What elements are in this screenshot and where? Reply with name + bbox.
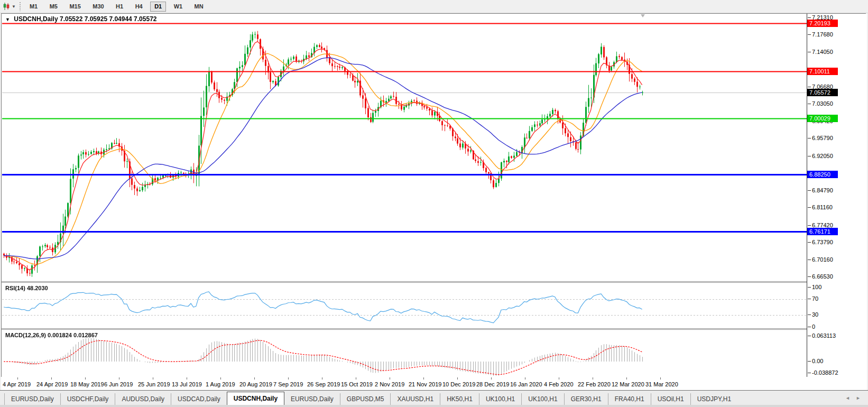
price-tick-label: 6.95790 xyxy=(812,135,833,142)
candlestick-chart-icon[interactable] xyxy=(1,2,12,11)
date-label: 4 Apr 2019 xyxy=(3,381,31,387)
date-tick xyxy=(17,377,18,380)
top-toolbar: ▼ M1 M5 M15 M30 H1 H4 D1 W1 MN xyxy=(0,0,868,13)
timeframe-label: W1 xyxy=(174,3,183,10)
chart-shift-marker[interactable] xyxy=(641,14,645,17)
date-label: 4 Feb 2020 xyxy=(544,381,574,387)
timeframe-label: H4 xyxy=(135,3,143,10)
macd-indicator-canvas[interactable] xyxy=(2,330,807,377)
timeframe-button[interactable]: H1 xyxy=(112,2,127,12)
price-level-badge: 7.10011 xyxy=(807,68,838,75)
price-level-badge: 6.76171 xyxy=(807,228,838,235)
rsi-tick-label: 100 xyxy=(812,284,821,291)
price-tick-label: 7.03050 xyxy=(812,100,833,107)
date-tick xyxy=(559,377,559,380)
timeframe-button[interactable]: M15 xyxy=(65,2,85,12)
timeframe-button[interactable]: D1 xyxy=(150,2,166,12)
price-tick-label: 7.14050 xyxy=(812,49,833,56)
chart-ohlc-values: 7.05522 7.05925 7.04944 7.05572 xyxy=(60,15,157,23)
date-label: 16 Jan 2020 xyxy=(510,381,542,387)
date-label: 10 Dec 2019 xyxy=(442,381,475,387)
timeframe-label: M15 xyxy=(69,3,80,10)
chart-tab-label: USDCAD,Daily xyxy=(178,395,220,403)
timeframe-button[interactable]: MN xyxy=(190,2,208,12)
date-tick xyxy=(626,377,627,380)
date-tick xyxy=(423,377,424,380)
price-tick-label: 7.17680 xyxy=(812,31,833,38)
chart-tab-label: HK50,H1 xyxy=(447,395,473,403)
chart-symbol-period: USDCNH,Daily xyxy=(14,15,58,23)
timeframe-button[interactable]: M30 xyxy=(88,2,108,12)
chart-title-caret-icon: ▼ xyxy=(5,17,10,22)
chart-tab-label: UK100,H1 xyxy=(528,395,557,403)
chart-tab-bar: EURUSD,Daily USDCHF,Daily AUDUSD,Daily U… xyxy=(0,390,868,405)
timeframe-button[interactable]: M1 xyxy=(25,2,42,12)
chart-tab[interactable]: XAUUSD,H1 xyxy=(390,393,440,405)
date-tick xyxy=(525,377,525,380)
macd-tick-label: 0.00 xyxy=(812,358,823,365)
date-tick xyxy=(457,377,458,380)
tab-scroll-right-icon[interactable]: ► xyxy=(856,395,861,401)
chart-tab[interactable]: UK100,H1 xyxy=(521,393,564,405)
timeframe-label: D1 xyxy=(154,3,162,10)
chart-tab[interactable]: EURUSD,Daily xyxy=(4,393,60,405)
chart-tab[interactable]: GER30,H1 xyxy=(564,393,608,405)
date-tick xyxy=(220,377,221,380)
chart-tab[interactable]: USDCHF,Daily xyxy=(60,393,115,405)
price-level-badge: 7.00029 xyxy=(807,115,838,122)
timeframe-label: M30 xyxy=(93,3,104,10)
date-tick xyxy=(660,377,661,380)
chart-tab-label: GBPUSD,M5 xyxy=(347,395,384,403)
macd-indicator-label: MACD(12,26,9) 0.001824 0.012867 xyxy=(5,332,98,338)
price-tick-label: 6.66530 xyxy=(812,273,833,280)
timeframe-label: M1 xyxy=(30,3,38,10)
price-level-badge: 7.20193 xyxy=(807,20,838,27)
main-chart-canvas[interactable] xyxy=(2,14,807,281)
rsi-indicator-canvas[interactable] xyxy=(2,283,807,328)
date-label: 28 Dec 2019 xyxy=(476,381,509,387)
rsi-tick-label: 30 xyxy=(812,311,818,318)
toolbar-grip[interactable] xyxy=(19,2,22,11)
date-label: 21 Nov 2019 xyxy=(409,381,441,387)
date-tick xyxy=(187,377,187,380)
chart-tab[interactable]: FRA40,H1 xyxy=(608,393,651,405)
chart-tab[interactable]: USDCNH,Daily xyxy=(227,392,284,405)
chart-tab[interactable]: GBPUSD,M5 xyxy=(340,393,391,405)
chart-tab[interactable]: AUDUSD,Daily xyxy=(115,393,171,405)
date-tick xyxy=(51,377,52,380)
chart-tab[interactable]: USDCAD,Daily xyxy=(171,393,227,405)
chart-tab-label: EURUSD,Daily xyxy=(291,395,334,403)
chart-tab[interactable]: USDJPY,H1 xyxy=(690,393,737,405)
chart-tab-label: USDJPY,H1 xyxy=(697,395,731,403)
date-label: 20 Aug 2019 xyxy=(239,381,272,387)
date-label: 6 Jun 2019 xyxy=(104,381,133,387)
chart-tab-label: UK100,H1 xyxy=(486,395,515,403)
macd-tick-label: -0.038872 xyxy=(812,369,838,376)
bottom-strip xyxy=(0,405,868,407)
chart-tab[interactable]: HK50,H1 xyxy=(440,393,479,405)
date-label: 18 May 2019 xyxy=(70,381,104,387)
timeframe-button[interactable]: H4 xyxy=(131,2,147,12)
date-tick xyxy=(288,377,289,380)
date-tick xyxy=(85,377,86,380)
timeframe-toolbar: M1 M5 M15 M30 H1 H4 D1 W1 MN xyxy=(25,1,208,12)
date-tick xyxy=(254,377,255,380)
timeframe-button[interactable]: W1 xyxy=(170,2,187,12)
chart-tab[interactable]: EURUSD,Daily xyxy=(284,393,340,405)
price-tick-label: 6.73790 xyxy=(812,239,833,246)
date-tick xyxy=(593,377,593,380)
rsi-indicator-label: RSI(14) 48.2030 xyxy=(5,285,48,291)
chart-tab[interactable]: USOil,H1 xyxy=(651,393,690,405)
chart-title: ▼ USDCNH,Daily 7.05522 7.05925 7.04944 7… xyxy=(5,15,156,23)
timeframe-label: MN xyxy=(195,3,204,10)
date-tick xyxy=(119,377,119,380)
chart-tab-label: USOil,H1 xyxy=(658,395,684,403)
chart-tab[interactable]: UK100,H1 xyxy=(479,393,521,405)
timeframe-button[interactable]: M5 xyxy=(45,2,62,12)
rsi-tick-label: 0 xyxy=(812,323,815,330)
date-tick xyxy=(491,377,492,380)
rsi-tick-label: 70 xyxy=(812,295,818,302)
price-axis: 7.213107.176807.140507.066807.030506.994… xyxy=(807,14,867,377)
dropdown-caret-icon[interactable]: ▼ xyxy=(12,4,16,9)
tab-scroll-left-icon[interactable]: ◄ xyxy=(845,395,850,401)
